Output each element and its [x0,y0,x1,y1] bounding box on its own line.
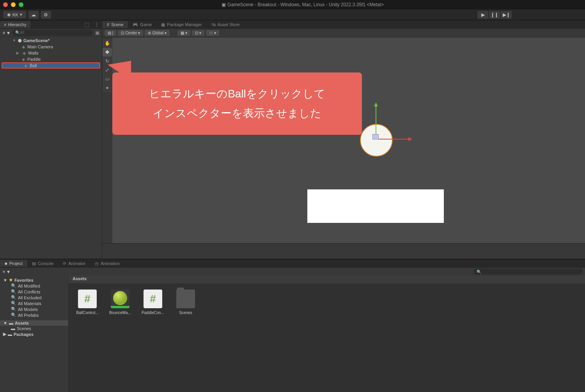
settings-button[interactable]: ⚙ [41,11,51,19]
project-tree: ▼★Favorites 🔍All Modified 🔍All Conflicts… [0,275,69,392]
tab-animation[interactable]: ◷Animation [90,260,124,267]
grid-icon: ▦ [181,31,184,35]
search-icon: 🔍 [11,301,16,306]
asset-bouncematerial[interactable]: BounceMa... [108,290,133,315]
transform-tool[interactable]: ✦ [103,84,112,92]
scene-grid-dropdown[interactable]: ▦ ▾ [177,30,190,36]
hierarchy-panel: ≡Hierarchy ⬚ ⋮ + ▾ 🔍 All ▣ ▼ ⬢ GameScene… [0,20,102,259]
tab-animator[interactable]: ⟳Animator [58,260,90,267]
gameobject-icon: ◈ [21,57,26,62]
gameobject-icon: ◈ [23,63,28,68]
search-icon: 🔍 [11,283,16,288]
packages-folder[interactable]: ▶▬Packages [0,331,68,337]
project-search-input[interactable]: 🔍 [473,268,583,275]
folder-icon: ▬ [8,332,12,337]
hierarchy-scene-picker-icon[interactable]: ▣ [95,30,99,35]
tab-package-manager[interactable]: ▦Package Manager [156,21,206,28]
asset-scenes-folder[interactable]: Scenes [173,290,198,315]
animation-icon: ◷ [95,261,99,266]
hierarchy-lock-icon[interactable]: ⬚ [82,21,92,28]
scene-panel: #Scene 🎮Game ▦Package Manager 🛍Asset Sto… [102,20,585,259]
tab-project[interactable]: ■Project [0,260,27,267]
cloud-button[interactable]: ☁ [28,11,39,19]
scene-toolbar-tool-icon[interactable]: ▤ | [105,30,116,36]
folder-icon [176,290,195,308]
scene-pivot-dropdown[interactable]: ⊡Center▾ [118,30,143,36]
hierarchy-tab[interactable]: ≡Hierarchy [0,21,30,28]
scene-snap-dropdown[interactable]: ⊡ ▾ [192,30,204,36]
callout-text-line1: ヒエラルキーのBallをクリックして [149,84,325,104]
asset-paddlecontroller[interactable]: # PaddleCon... [140,290,165,315]
asset-ballcontroller[interactable]: # BallControl... [75,290,100,315]
tab-asset-store[interactable]: 🛍Asset Store [207,21,245,28]
folder-icon: ▬ [9,321,13,325]
hierarchy-menu-icon[interactable]: ⋮ [92,21,102,28]
favorite-all-models[interactable]: 🔍All Models [0,306,68,312]
gizmo-x-axis[interactable] [376,139,411,139]
unity-icon: ⬢ [18,38,22,43]
animator-icon: ⟳ [63,261,66,266]
folder-icon: ▬ [11,326,15,331]
scene-object-ball[interactable] [360,124,393,157]
step-button[interactable]: ▶❙ [501,11,512,19]
increment-icon: ⫶⫶ [209,31,213,35]
tab-scene[interactable]: #Scene [102,21,128,28]
favorite-all-modified[interactable]: 🔍All Modified [0,283,68,289]
hierarchy-search-input[interactable]: 🔍 All [12,30,93,36]
assets-folder[interactable]: ▼▬Assets [0,320,68,326]
tab-console[interactable]: ▤Console [27,260,58,267]
search-icon: 🔍 [11,313,16,318]
callout-text-line2: インスペクターを表示させました [153,104,321,123]
callout-arrow [92,61,131,80]
move-tool[interactable]: ✥ [103,48,112,57]
project-add-button[interactable]: + ▾ [2,268,10,275]
account-button[interactable]: ◉KK▾ [3,11,26,18]
gear-icon: ⚙ [44,12,48,18]
transform-icon: ✦ [105,85,109,91]
gizmo-center[interactable] [372,134,379,139]
main-toolbar: ◉KK▾ ☁ ⚙ ▶ ❙❙ ▶❙ [0,9,585,20]
script-icon: # [78,290,97,308]
hierarchy-add-button[interactable]: + ▾ [2,30,10,36]
favorites-header[interactable]: ▼★Favorites [0,277,68,283]
project-breadcrumb[interactable]: Assets [69,275,585,283]
hierarchy-item-paddle[interactable]: ◈ Paddle [0,56,102,62]
favorite-all-conflicts[interactable]: 🔍All Conflicts [0,289,68,295]
maximize-window-button[interactable] [19,2,23,7]
close-window-button[interactable] [3,2,8,7]
favorite-all-excluded[interactable]: 🔍All Excluded [0,295,68,300]
pause-button[interactable]: ❙❙ [489,11,500,19]
scene-viewport[interactable]: ヒエラルキーのBallをクリックして インスペクターを表示させました [112,37,585,243]
snap-icon: ⊡ [195,31,198,35]
console-icon: ▤ [32,261,36,266]
script-icon: # [144,290,162,308]
move-icon: ✥ [105,49,109,55]
search-icon: 🔍 [11,307,16,312]
hierarchy-item-walls[interactable]: ▶ ◈ Walls [0,50,102,56]
gameobject-icon: ◈ [21,44,26,49]
scene-increment-dropdown[interactable]: ⫶⫶ ▾ [206,30,219,36]
scene-object-paddle[interactable] [307,189,444,223]
hand-tool[interactable]: ✋ [103,39,112,48]
folder-icon: ■ [5,261,7,266]
favorite-all-prefabs[interactable]: 🔍All Prefabs [0,312,68,318]
annotation-callout: ヒエラルキーのBallをクリックして インスペクターを表示させました [112,72,362,135]
minimize-window-button[interactable] [11,2,16,7]
scene-footer [102,243,585,259]
favorite-all-materials[interactable]: 🔍All Materials [0,300,68,306]
assets-child-scenes[interactable]: ▬Scenes [0,326,68,331]
hierarchy-item-main-camera[interactable]: ◈ Main Camera [0,44,102,50]
gizmo-y-axis[interactable] [376,104,376,139]
material-icon [111,290,129,308]
search-icon: 🔍 [11,289,16,294]
play-button[interactable]: ▶ [477,11,488,19]
search-icon: 🔍 [11,295,16,300]
hierarchy-scene-root[interactable]: ▼ ⬢ GameScene* [0,37,102,44]
tab-game[interactable]: 🎮Game [128,21,156,28]
hand-icon: ✋ [105,41,110,46]
scene-space-dropdown[interactable]: ⊕Global▾ [145,30,170,36]
hierarchy-item-ball[interactable]: ◈ Ball [2,62,100,69]
star-icon: ★ [9,277,13,283]
window-title-bar: ▣GameScene - Breakout - Windows, Mac, Li… [0,0,585,9]
project-panel: ■Project ▤Console ⟳Animator ◷Animation +… [0,259,585,392]
